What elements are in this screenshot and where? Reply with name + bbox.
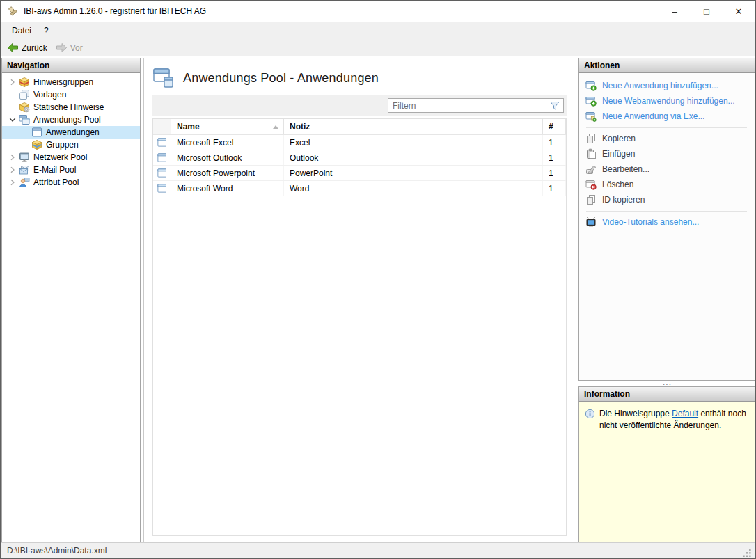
close-button[interactable]: ✕ [723,1,755,22]
applications-icon [31,127,42,138]
main-panel: Anwendungs Pool - Anwendungen Name Notiz… [143,58,576,542]
applications-page-icon [152,67,175,89]
filter-icon[interactable] [549,100,560,111]
nav-item-attribut-pool[interactable]: Attribut Pool [2,176,140,189]
column-header-name[interactable]: Name [171,119,284,134]
right-column: Aktionen Neue Anwendung hinzufügen... Ne… [578,58,756,542]
paste-icon [585,148,597,159]
information-text: Die Hinweisgruppe Default enthält noch n… [599,408,750,432]
actions-header: Aktionen [579,58,755,73]
nav-item-anwendungs-pool[interactable]: Anwendungs Pool [2,113,140,126]
window-title: IBI-aws Admin 1.26.0 - registriert für I… [24,6,206,16]
toolbar: Zurück Vor [1,39,755,56]
table-row-excel[interactable]: Microsoft Excel Excel 1 [153,135,566,150]
maximize-button[interactable]: □ [691,1,723,22]
email-pool-icon [19,164,30,175]
action-label: Löschen [602,180,633,189]
action-id-kopieren[interactable]: ID kopieren [585,192,750,207]
filter-input[interactable] [388,101,549,111]
new-webapplication-icon [585,95,597,107]
app-icon [7,6,19,17]
cell-notiz: Outlook [284,150,543,165]
nav-item-label: Hinweisgruppen [33,77,93,87]
filter-bar [152,95,567,116]
no-expander [20,140,30,150]
column-header-count[interactable]: # [543,119,566,134]
column-header-notiz[interactable]: Notiz [284,119,543,134]
action-kopieren[interactable]: Kopieren [585,131,750,146]
table-row-outlook[interactable]: Microsoft Outlook Outlook 1 [153,150,566,166]
info-text-before: Die Hinweisgruppe [599,409,672,418]
nav-item-email-pool[interactable]: E-Mail Pool [2,164,140,176]
cell-name: Microsoft Powerpoint [171,166,284,180]
close-icon: ✕ [735,6,743,17]
attribute-pool-icon [19,177,30,188]
application-icon [157,153,167,162]
menu-datei[interactable]: Datei [6,24,38,38]
table-row-powerpoint[interactable]: Microsoft Powerpoint PowerPoint 1 [153,166,566,181]
nav-item-statische-hinweise[interactable]: Statische Hinweise [2,101,140,113]
action-label: Einfügen [602,149,635,159]
notice-groups-icon [19,77,30,88]
action-label: Bearbeiten... [602,164,649,174]
groups-icon [31,139,42,150]
no-expander [8,90,17,100]
chevron-right-icon[interactable] [8,77,17,87]
action-label: Neue Anwendung hinzufügen... [602,81,718,90]
action-new-application-via-exe[interactable]: Neue Anwendung via Exe... [585,109,750,124]
action-loeschen[interactable]: Löschen [585,177,750,192]
forward-label: Vor [70,43,83,53]
page-title: Anwendungs Pool - Anwendungen [183,71,379,86]
copy-icon [585,133,597,144]
nav-item-label: Attribut Pool [33,178,79,187]
information-panel: Information Die Hinweisgruppe Default en… [578,386,756,542]
splitter-grip-icon: ... [663,381,672,384]
table-header: Name Notiz # [153,119,566,135]
default-group-link[interactable]: Default [672,409,698,418]
chevron-right-icon[interactable] [8,165,17,175]
column-header-icon [153,119,171,134]
cell-notiz: Excel [284,135,543,150]
chevron-down-icon[interactable] [8,115,17,125]
cell-count: 1 [543,181,566,196]
action-einfuegen[interactable]: Einfügen [585,146,750,162]
nav-item-netzwerk-pool[interactable]: Netzwerk Pool [2,151,140,164]
nav-item-anwendungen[interactable]: Anwendungen [2,126,140,139]
information-message: Die Hinweisgruppe Default enthält noch n… [579,402,755,542]
chevron-right-icon[interactable] [8,152,17,162]
nav-item-gruppen[interactable]: Gruppen [2,139,140,151]
resize-grip-icon[interactable] [743,549,752,558]
menu-help[interactable]: ? [38,24,55,38]
templates-icon [19,89,30,100]
no-expander [20,127,30,137]
actions-panel: Aktionen Neue Anwendung hinzufügen... Ne… [578,58,756,381]
action-bearbeiten[interactable]: Bearbeiten... [585,162,750,177]
nav-item-label: Anwendungen [46,127,100,137]
new-application-icon [585,80,597,91]
nav-item-vorlagen[interactable]: Vorlagen [2,88,140,101]
action-new-application[interactable]: Neue Anwendung hinzufügen... [585,78,750,93]
column-label: Notiz [290,122,310,132]
back-button[interactable]: Zurück [4,41,50,54]
actions-list: Neue Anwendung hinzufügen... Neue Webanw… [579,73,755,230]
panel-splitter[interactable]: ... [578,381,756,386]
table-row-word[interactable]: Microsoft Word Word 1 [153,181,566,196]
column-label: # [549,122,553,132]
chevron-right-icon[interactable] [8,178,17,187]
network-pool-icon [19,152,30,163]
back-arrow-icon [7,42,19,53]
forward-button[interactable]: Vor [53,41,86,54]
action-label: ID kopieren [602,195,645,205]
cell-name: Microsoft Outlook [171,150,284,165]
action-label: Kopieren [602,134,636,143]
minimize-button[interactable]: – [659,1,691,22]
action-video-tutorials[interactable]: Video-Tutorials ansehen... [585,214,750,230]
cell-count: 1 [543,166,566,180]
minimize-icon: – [672,6,677,17]
action-new-webapplication[interactable]: Neue Webanwendung hinzufügen... [585,93,750,109]
back-label: Zurück [22,43,47,53]
filter-box [388,98,564,113]
actions-separator [586,211,747,212]
nav-item-hinweisgruppen[interactable]: Hinweisgruppen [2,76,140,88]
static-notices-icon [19,102,30,113]
